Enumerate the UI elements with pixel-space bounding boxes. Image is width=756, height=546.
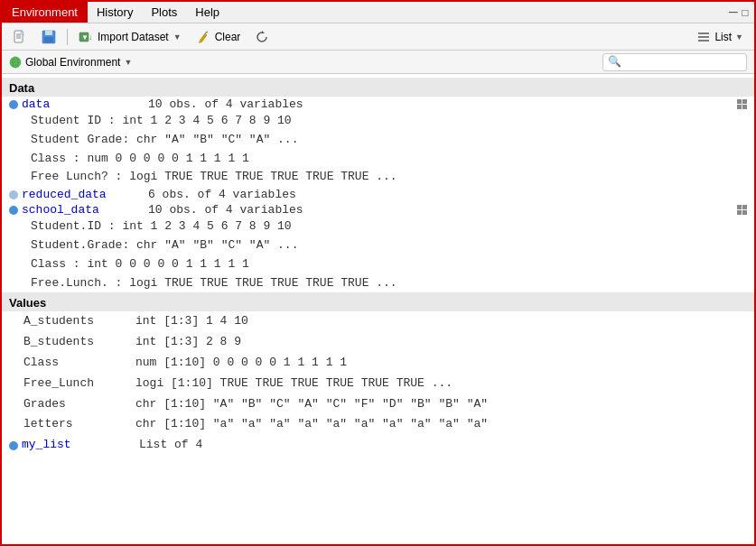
menu-environment[interactable]: Environment xyxy=(2,2,88,23)
val-name-letters: letters xyxy=(9,415,135,434)
env-selector-label: Global Environment xyxy=(25,56,120,69)
val-letters: letters chr [1:10] "a" "a" "a" "a" "a" "… xyxy=(2,414,754,435)
data-sub-1: Student ID : int 1 2 3 4 5 6 7 8 9 10 xyxy=(2,112,754,131)
svg-text:↓: ↓ xyxy=(89,32,93,42)
data-item-data[interactable]: data 10 obs. of 4 variables xyxy=(2,97,754,112)
school-grid-icon[interactable] xyxy=(737,205,747,215)
save-button[interactable] xyxy=(36,26,61,48)
values-section-header: Values xyxy=(2,292,754,311)
data-dot xyxy=(9,100,18,109)
svg-marker-12 xyxy=(262,31,265,33)
broom-icon xyxy=(196,30,210,44)
list-item-dot xyxy=(9,441,18,450)
val-name-class: Class xyxy=(9,354,135,373)
list-icon xyxy=(697,31,710,43)
school-sub-2: Student.Grade: chr "A" "B" "C" "A" ... xyxy=(2,236,754,255)
data-item-school[interactable]: school_data 10 obs. of 4 variables xyxy=(2,202,754,217)
refresh-button[interactable] xyxy=(249,26,275,48)
menu-help[interactable]: Help xyxy=(186,2,229,23)
clear-label: Clear xyxy=(215,31,241,43)
val-name-my-list: my_list xyxy=(22,436,139,455)
global-env-selector[interactable]: Global Environment ▼ xyxy=(9,56,132,69)
env-bar: Global Environment ▼ 🔍 xyxy=(2,51,754,74)
reduced-dot xyxy=(9,190,18,199)
separator-1 xyxy=(67,29,68,45)
school-dot xyxy=(9,206,18,215)
environment-panel: Environment History Plots Help — ☐ xyxy=(0,0,756,546)
main-content: Data data 10 obs. of 4 variables Student… xyxy=(2,74,754,544)
list-label: List xyxy=(714,31,732,43)
import-dropdown-icon: ▼ xyxy=(173,32,182,42)
val-desc-class: num [1:10] 0 0 0 0 0 1 1 1 1 1 xyxy=(135,354,747,373)
val-a-students: A_students int [1:3] 1 4 10 xyxy=(2,311,754,332)
minimize-icon[interactable]: — xyxy=(729,5,738,21)
data-desc-data: 10 obs. of 4 variables xyxy=(148,97,303,111)
svg-text:▼: ▼ xyxy=(81,33,89,42)
data-name-reduced: reduced_data xyxy=(22,188,148,201)
val-grades: Grades chr [1:10] "A" "B" "C" "A" "C" "F… xyxy=(2,394,754,415)
school-sub-4: Free.Lunch. : logi TRUE TRUE TRUE TRUE T… xyxy=(2,274,754,293)
data-desc-reduced: 6 obs. of 4 variables xyxy=(148,188,296,201)
data-sub-4: Free Lunch? : logi TRUE TRUE TRUE TRUE T… xyxy=(2,168,754,187)
clear-button[interactable]: Clear xyxy=(191,26,247,48)
grid-icon[interactable] xyxy=(737,99,747,109)
save-icon xyxy=(42,30,56,44)
val-desc-b-students: int [1:3] 2 8 9 xyxy=(135,333,747,352)
svg-rect-7 xyxy=(44,37,53,42)
globe-icon xyxy=(9,56,22,69)
search-input[interactable] xyxy=(624,56,733,69)
data-name-data: data xyxy=(22,97,148,111)
import-icon: ▼ ↓ xyxy=(79,30,93,44)
refresh-icon xyxy=(255,30,269,44)
svg-rect-6 xyxy=(45,31,52,35)
data-sub-2: Student Grade: chr "A" "B" "C" "A" ... xyxy=(2,131,754,150)
maximize-icon[interactable]: ☐ xyxy=(742,5,749,20)
val-name-free-lunch: Free_Lunch xyxy=(9,375,135,393)
data-section-header: Data xyxy=(2,78,754,97)
val-free-lunch: Free_Lunch logi [1:10] TRUE TRUE TRUE TR… xyxy=(2,374,754,394)
val-b-students: B_students int [1:3] 2 8 9 xyxy=(2,332,754,353)
import-label: Import Dataset xyxy=(98,31,169,43)
toolbar: ▼ ↓ Import Dataset ▼ Clear xyxy=(2,23,754,51)
val-name-a-students: A_students xyxy=(9,312,135,331)
search-box[interactable]: 🔍 xyxy=(602,53,747,71)
data-desc-school: 10 obs. of 4 variables xyxy=(148,203,303,217)
list-dropdown-icon: ▼ xyxy=(735,32,743,42)
val-my-list[interactable]: my_list List of 4 xyxy=(2,435,754,456)
val-desc-grades: chr [1:10] "A" "B" "C" "A" "C" "F" "D" "… xyxy=(135,395,747,414)
data-name-school: school_data xyxy=(22,203,148,217)
val-desc-free-lunch: logi [1:10] TRUE TRUE TRUE TRUE TRUE TRU… xyxy=(135,375,747,393)
val-class: Class num [1:10] 0 0 0 0 0 1 1 1 1 1 xyxy=(2,353,754,374)
data-item-reduced[interactable]: reduced_data 6 obs. of 4 variables xyxy=(2,187,754,202)
new-script-button[interactable] xyxy=(7,26,33,48)
val-name-grades: Grades xyxy=(9,395,135,414)
val-name-b-students: B_students xyxy=(9,333,135,352)
school-sub-3: Class : int 0 0 0 0 0 1 1 1 1 1 xyxy=(2,255,754,274)
val-desc-a-students: int [1:3] 1 4 10 xyxy=(135,312,747,331)
school-sub-1: Student.ID : int 1 2 3 4 5 6 7 8 9 10 xyxy=(2,217,754,236)
menu-history[interactable]: History xyxy=(88,2,142,23)
env-dropdown-icon: ▼ xyxy=(124,58,132,67)
list-view-button[interactable]: List ▼ xyxy=(692,29,749,45)
new-script-icon xyxy=(13,30,27,44)
search-icon: 🔍 xyxy=(608,55,621,69)
val-desc-my-list: List of 4 xyxy=(139,436,202,455)
val-desc-letters: chr [1:10] "a" "a" "a" "a" "a" "a" "a" "… xyxy=(135,415,747,434)
data-sub-3: Class : num 0 0 0 0 0 1 1 1 1 1 xyxy=(2,150,754,169)
svg-line-11 xyxy=(205,32,208,33)
import-dataset-button[interactable]: ▼ ↓ Import Dataset ▼ xyxy=(73,26,187,48)
menubar: Environment History Plots Help — ☐ xyxy=(2,2,754,23)
menu-plots[interactable]: Plots xyxy=(142,2,186,23)
